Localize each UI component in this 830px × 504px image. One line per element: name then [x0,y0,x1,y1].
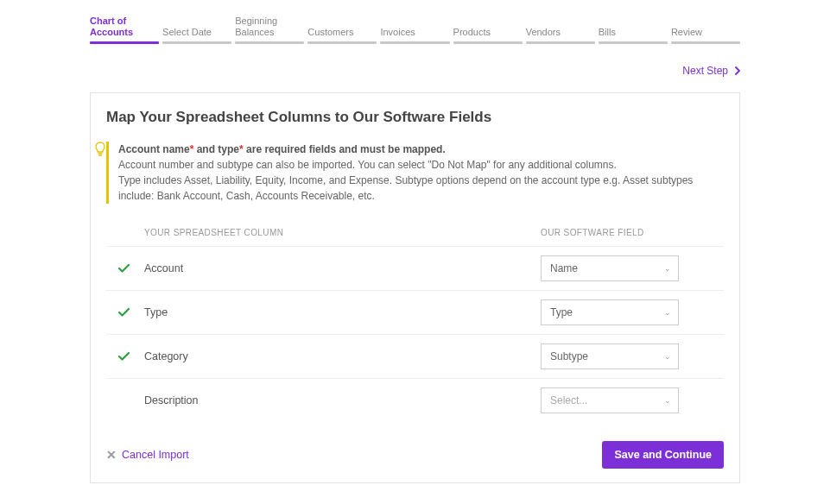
field-select-value: Subtype [550,350,588,362]
step-bar [380,41,449,44]
step-bar [526,41,595,44]
step-customers[interactable]: Customers [307,16,377,44]
close-icon: ✕ [106,448,117,462]
save-and-continue-button[interactable]: Save and Continue [602,441,724,469]
next-step-label: Next Step [682,65,728,77]
field-select[interactable]: Subtype⌄ [541,343,679,369]
tip-body: Account name* and type* are required fie… [118,142,724,204]
mapping-row: DescriptionSelect...⌄ [106,378,724,422]
step-bills[interactable]: Bills [599,16,668,44]
chevron-down-icon: ⌄ [664,264,671,273]
tip-callout: Account name* and type* are required fie… [106,142,724,204]
step-label: Chart of Accounts [90,16,159,41]
step-chart-of-accounts[interactable]: Chart of Accounts [90,16,159,44]
mapping-row: TypeType⌄ [106,290,724,334]
step-products[interactable]: Products [453,16,523,44]
step-bar [453,41,523,44]
step-label: Products [453,19,523,41]
step-label: Customers [307,19,377,41]
cancel-import-label: Cancel Import [122,449,189,461]
field-select-value: Type [550,306,573,318]
row-check [106,308,144,317]
step-review[interactable]: Review [671,16,740,44]
column-header-source: YOUR SPREADSHEET COLUMN [144,228,541,237]
step-label: Review [671,19,740,41]
column-header-destination: OUR SOFTWARE FIELD [541,228,724,237]
step-bar [307,41,377,44]
step-label: Vendors [526,19,595,41]
source-column-label: Description [144,394,541,406]
card-title: Map Your Spreadsheet Columns to Our Soft… [106,109,724,126]
step-invoices[interactable]: Invoices [380,16,449,44]
mapping-row: CategorySubtype⌄ [106,334,724,378]
step-label: Invoices [380,19,449,41]
field-select[interactable]: Type⌄ [541,299,679,325]
field-select-value: Select... [550,394,587,406]
stepper: Chart of AccountsSelect DateBeginning Ba… [90,16,740,44]
step-bar [671,41,740,44]
next-step-link[interactable]: Next Step [682,65,740,77]
check-icon [118,352,130,361]
step-bar [162,41,231,44]
source-column-label: Category [144,350,541,362]
mapping-card: Map Your Spreadsheet Columns to Our Soft… [90,92,740,483]
step-vendors[interactable]: Vendors [526,16,595,44]
step-bar [90,41,159,44]
source-column-label: Type [144,306,541,318]
chevron-down-icon: ⌄ [664,308,671,317]
chevron-down-icon: ⌄ [664,396,671,405]
field-select[interactable]: Name⌄ [541,255,679,281]
chevron-right-icon [735,66,740,75]
mapping-table: YOUR SPREADSHEET COLUMN OUR SOFTWARE FIE… [106,228,724,422]
field-select[interactable]: Select...⌄ [541,387,679,413]
step-beginning-balances[interactable]: Beginning Balances [235,16,304,44]
mapping-row: AccountName⌄ [106,246,724,290]
row-check [106,352,144,361]
source-column-label: Account [144,262,541,274]
check-icon [118,308,130,317]
row-check [106,264,144,273]
step-label: Beginning Balances [235,16,304,41]
step-label: Select Date [162,19,231,41]
check-icon [118,264,130,273]
step-bar [235,41,304,44]
field-select-value: Name [550,262,578,274]
step-select-date[interactable]: Select Date [162,16,231,44]
chevron-down-icon: ⌄ [664,352,671,361]
cancel-import-link[interactable]: ✕ Cancel Import [106,448,189,462]
step-bar [599,41,668,44]
lightbulb-icon [94,142,106,204]
step-label: Bills [599,19,668,41]
